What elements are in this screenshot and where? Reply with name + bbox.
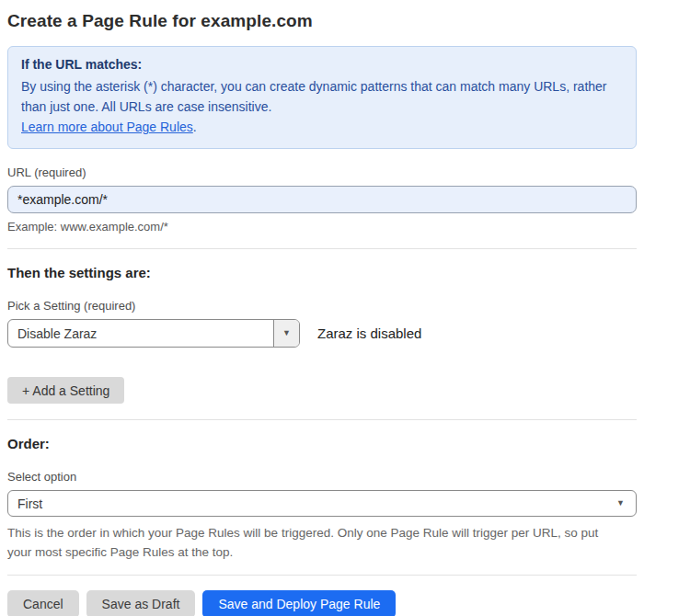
setting-row: Disable Zaraz ▼ Zaraz is disabled [7,319,637,348]
divider [7,248,637,249]
order-select-label: Select option [7,470,637,484]
url-label: URL (required) [7,165,637,179]
url-match-info-box: If the URL matches: By using the asteris… [7,46,637,149]
order-select-value: First [17,496,616,511]
page-rule-form: Create a Page Rule for example.com If th… [0,0,690,616]
action-buttons: Cancel Save as Draft Save and Deploy Pag… [7,590,637,616]
setting-select-value: Disable Zaraz [8,320,273,347]
url-example-text: Example: www.example.com/* [7,220,637,234]
cancel-button[interactable]: Cancel [7,590,79,616]
setting-select[interactable]: Disable Zaraz ▼ [7,319,300,348]
link-period: . [193,120,197,134]
divider [7,575,637,576]
save-draft-button[interactable]: Save as Draft [86,590,196,616]
info-box-body: By using the asterisk (*) character, you… [21,76,610,117]
info-box-link-row: Learn more about Page Rules. [21,117,623,137]
caret-down-icon: ▼ [616,499,625,508]
settings-heading: Then the settings are: [7,265,637,280]
order-heading: Order: [7,436,637,451]
info-box-heading: If the URL matches: [21,57,623,72]
pick-setting-label: Pick a Setting (required) [7,299,637,313]
save-deploy-button[interactable]: Save and Deploy Page Rule [202,590,396,616]
setting-status-text: Zaraz is disabled [317,325,421,341]
setting-select-arrow-button[interactable]: ▼ [273,320,299,347]
caret-down-icon: ▼ [282,329,291,337]
page-title: Create a Page Rule for example.com [7,11,637,31]
learn-more-link[interactable]: Learn more about Page Rules [21,120,193,134]
divider [7,419,637,420]
add-setting-button[interactable]: + Add a Setting [7,377,124,404]
order-help-text: This is the order in which your Page Rul… [7,523,626,562]
url-input[interactable] [7,186,637,213]
order-select[interactable]: First ▼ [7,490,637,517]
